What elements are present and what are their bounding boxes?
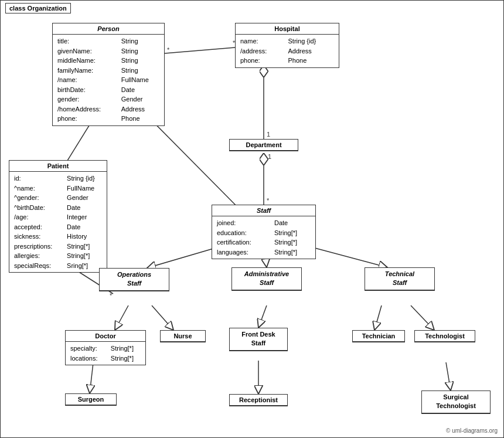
receptionist-header: Receptionist (230, 395, 287, 406)
surgeon-header: Surgeon (66, 394, 116, 405)
svg-text:*: * (167, 46, 170, 53)
staff-header: Staff (212, 205, 315, 216)
svg-line-17 (446, 362, 451, 391)
staff-body: joined:Date education:String[*] certific… (212, 216, 315, 259)
surgical-tech-class: SurgicalTechnologist (421, 391, 491, 414)
svg-text:1: 1 (268, 153, 271, 160)
person-body: title:String givenName:String middleName… (53, 35, 164, 125)
hospital-body: name:String {id} /address:Address phone:… (236, 35, 339, 67)
surgical-tech-header: SurgicalTechnologist (422, 391, 490, 413)
hospital-header: Hospital (236, 23, 339, 35)
surgeon-class: Surgeon (65, 393, 117, 406)
department-header: Department (230, 140, 298, 151)
doctor-header: Doctor (66, 331, 145, 342)
technician-header: Technician (353, 331, 404, 342)
svg-line-11 (152, 305, 173, 330)
svg-line-12 (258, 305, 267, 328)
svg-line-10 (115, 305, 128, 330)
patient-class: Patient id:String {id} ^name:FullName ^g… (9, 160, 107, 273)
person-class: Person title:String givenName:String mid… (52, 23, 165, 126)
hospital-class: Hospital name:String {id} /address:Addre… (235, 23, 339, 68)
diagram-title: class Organization (5, 3, 71, 13)
tech-staff-header: TechnicalStaff (365, 268, 434, 290)
svg-line-15 (90, 363, 93, 393)
doctor-body: specialty:String[*] locations:String[*] (66, 342, 145, 365)
doctor-class: Doctor specialty:String[*] locations:Str… (65, 330, 146, 365)
admin-staff-header: AdministrativeStaff (232, 268, 301, 290)
ops-staff-header: OperationsStaff (100, 269, 169, 291)
person-header: Person (53, 23, 164, 35)
svg-line-13 (374, 305, 382, 330)
svg-text:*: * (110, 292, 113, 299)
department-class: Department (229, 139, 298, 151)
tech-staff-class: TechnicalStaff (365, 267, 435, 291)
nurse-header: Nurse (161, 331, 205, 342)
frontdesk-header: Front DeskStaff (230, 328, 287, 351)
admin-staff-class: AdministrativeStaff (231, 267, 302, 291)
ops-staff-class: OperationsStaff (99, 268, 169, 291)
technician-class: Technician (352, 330, 405, 342)
copyright: © uml-diagrams.org (446, 427, 498, 434)
frontdesk-class: Front DeskStaff (229, 328, 288, 351)
patient-header: Patient (9, 161, 107, 172)
nurse-class: Nurse (160, 330, 206, 342)
svg-line-6 (165, 47, 235, 53)
svg-text:*: * (267, 197, 270, 204)
receptionist-class: Receptionist (229, 394, 288, 406)
technologist-class: Technologist (414, 330, 475, 342)
svg-text:1: 1 (267, 131, 270, 138)
technologist-header: Technologist (415, 331, 475, 342)
svg-line-14 (411, 305, 434, 330)
patient-body: id:String {id} ^name:FullName ^gender:Ge… (9, 172, 107, 272)
staff-class: Staff joined:Date education:String[*] ce… (212, 205, 316, 259)
diagram-container: class Organization (0, 0, 504, 438)
